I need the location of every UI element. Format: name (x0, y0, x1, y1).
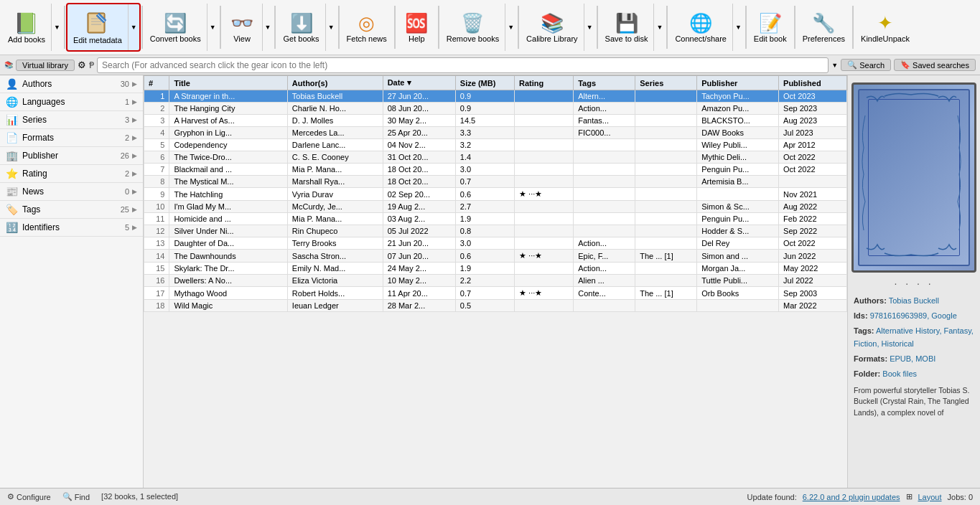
col-authors[interactable]: Author(s) (287, 76, 383, 90)
meta-ids-val1[interactable]: 9781616963989, (870, 311, 930, 320)
published-cell: Oct 2023 (779, 90, 847, 103)
kindleunpack-button[interactable]: ✦ KindleUnpack (855, 4, 915, 51)
tags-expand-icon: ▶ (132, 206, 137, 213)
layout-button[interactable]: Layout (918, 493, 942, 501)
meta-ids-val2[interactable]: Google (931, 311, 956, 320)
date-cell: 08 Jun 20... (383, 103, 455, 115)
table-row[interactable]: 12Silver Under Ni...Rin Chupeco05 Jul 20… (144, 225, 847, 237)
date-cell: 18 Oct 20... (383, 176, 455, 188)
size-cell: 0.7 (455, 176, 514, 188)
col-rating[interactable]: Rating (515, 76, 574, 90)
rating-cell (515, 201, 574, 213)
saved-searches-button[interactable]: 🔖 Saved searches (894, 59, 976, 71)
search-button[interactable]: 🔍 Search (841, 59, 891, 71)
view-button[interactable]: 👓 View (223, 4, 262, 51)
calibre-library-button[interactable]: 📚 Calibre Library (521, 4, 584, 51)
author-cell: Emily N. Mad... (287, 263, 383, 275)
table-row[interactable]: 7Blackmail and ...Mia P. Mana...18 Oct 2… (144, 164, 847, 176)
connect-share-button[interactable]: 🌐 Connect/share (669, 4, 732, 51)
search-input[interactable] (97, 57, 829, 73)
connect-share-arrow[interactable]: ▼ (732, 4, 744, 51)
meta-description: From powerful storyteller Tobias S. Buck… (854, 385, 974, 419)
convert-books-arrow[interactable]: ▼ (207, 4, 218, 51)
rownum: 8 (144, 176, 169, 188)
tags-cell: Fantas... (574, 115, 635, 127)
sidebar-item-languages[interactable]: 🌐 Languages 1 ▶ (0, 93, 143, 111)
calibre-library-arrow[interactable]: ▼ (584, 4, 595, 51)
date-cell: 19 Aug 2... (383, 201, 455, 213)
date-cell: 05 Jul 2022 (383, 225, 455, 237)
table-row[interactable]: 4Gryphon in Lig...Mercedes La...25 Apr 2… (144, 127, 847, 139)
sidebar-item-identifiers[interactable]: 🔢 Identifiers 5 ▶ (0, 219, 143, 237)
meta-authors-val[interactable]: Tobias Buckell (889, 296, 939, 305)
fetch-news-button[interactable]: ◎ Fetch news (341, 4, 393, 51)
col-publisher[interactable]: Publisher (697, 76, 779, 90)
book-table[interactable]: # Title Author(s) Date ▾ Size (MB) Ratin… (144, 75, 847, 488)
sidebar-item-series[interactable]: 📊 Series 3 ▶ (0, 111, 143, 129)
table-row[interactable]: 16Dwellers: A No...Eliza Victoria10 May … (144, 275, 847, 287)
table-row[interactable]: 2The Hanging CityCharlie N. Ho...08 Jun … (144, 103, 847, 115)
search-dropdown-icon[interactable]: ▼ (831, 62, 838, 69)
get-books-button[interactable]: ⬇️ Get books (277, 4, 325, 51)
table-row[interactable]: 11Homicide and ...Mia P. Mana...03 Aug 2… (144, 213, 847, 225)
table-row[interactable]: 13Daughter of Da...Terry Brooks21 Jun 20… (144, 237, 847, 250)
remove-books-button[interactable]: 🗑️ Remove books (441, 4, 505, 51)
col-series[interactable]: Series (635, 76, 697, 90)
configure-button[interactable]: ⚙ Configure (7, 492, 51, 501)
sidebar-item-formats[interactable]: 📄 Formats 2 ▶ (0, 129, 143, 147)
table-row[interactable]: 18Wild MagicIeuan Ledger28 Mar 2...0.5Ma… (144, 300, 847, 312)
table-row[interactable]: 1A Stranger in th...Tobias Buckell27 Jun… (144, 90, 847, 103)
convert-books-button[interactable]: 🔄 Convert books (144, 4, 207, 51)
table-row[interactable]: 3A Harvest of As...D. J. Molles30 May 2.… (144, 115, 847, 127)
help-label: Help (409, 34, 425, 43)
add-books-arrow[interactable]: ▼ (51, 4, 62, 51)
sidebar-item-news[interactable]: 📰 News 0 ▶ (0, 183, 143, 201)
view-arrow[interactable]: ▼ (262, 4, 274, 51)
table-row[interactable]: 6The Twice-Dro...C. S. E. Cooney31 Oct 2… (144, 151, 847, 164)
search-gear-icon[interactable]: ⚙ (78, 60, 86, 70)
sidebar-item-tags[interactable]: 🏷️ Tags 25 ▶ (0, 201, 143, 219)
sep12 (794, 6, 795, 49)
sidebar-item-publisher[interactable]: 🏢 Publisher 26 ▶ (0, 147, 143, 165)
preferences-button[interactable]: 🔧 Preferences (797, 4, 851, 51)
date-cell: 18 Oct 20... (383, 164, 455, 176)
tags-cell (574, 164, 635, 176)
edit-metadata-arrow[interactable]: ▼ (128, 4, 139, 50)
series-count: 3 (125, 115, 129, 124)
meta-folder-val[interactable]: Book files (882, 369, 917, 378)
search-type-icon[interactable]: Ᵽ (89, 60, 94, 70)
sidebar-item-authors[interactable]: 👤 Authors 30 ▶ (0, 75, 143, 93)
sidebar-item-rating[interactable]: ⭐ Rating 2 ▶ (0, 165, 143, 183)
col-date[interactable]: Date ▾ (383, 76, 455, 90)
col-published[interactable]: Published (779, 76, 847, 90)
date-cell: 25 Apr 20... (383, 127, 455, 139)
date-cell: 31 Oct 20... (383, 151, 455, 164)
add-books-button[interactable]: 📗 Add books (2, 4, 51, 51)
get-books-arrow[interactable]: ▼ (325, 4, 337, 51)
edit-metadata-button[interactable]: Edit metadata (67, 4, 128, 50)
save-to-disk-button[interactable]: 💾 Save to disk (599, 4, 654, 51)
table-row[interactable]: 14The DawnhoundsSascha Stron...07 Jun 20… (144, 250, 847, 263)
date-cell: 28 Mar 2... (383, 300, 455, 312)
virtual-library-button[interactable]: Virtual library (16, 60, 75, 71)
col-tags[interactable]: Tags (574, 76, 635, 90)
table-row[interactable]: 5CodependencyDarlene Lanc...04 Nov 2...3… (144, 139, 847, 151)
col-num[interactable]: # (144, 76, 169, 90)
update-link[interactable]: 6.22.0 and 2 plugin updates (803, 493, 900, 501)
save-to-disk-arrow[interactable]: ▼ (653, 4, 665, 51)
col-title[interactable]: Title (169, 76, 287, 90)
table-row[interactable]: 10I'm Glad My M...McCurdy, Je...19 Aug 2… (144, 201, 847, 213)
connect-share-label: Connect/share (675, 34, 727, 43)
published-cell: Jul 2022 (779, 275, 847, 287)
sep3 (220, 6, 221, 49)
table-row[interactable]: 8The Mystical M...Marshall Rya...18 Oct … (144, 176, 847, 188)
table-row[interactable]: 9The HatchlingVyria Durav02 Sep 20...0.6… (144, 188, 847, 201)
table-row[interactable]: 15Skylark: The Dr...Emily N. Mad...24 Ma… (144, 263, 847, 275)
meta-formats-val[interactable]: EPUB, MOBI (890, 354, 935, 363)
remove-books-arrow[interactable]: ▼ (505, 4, 516, 51)
help-button[interactable]: 🆘 Help (397, 4, 437, 51)
edit-book-button[interactable]: 📝 Edit book (748, 4, 793, 51)
table-row[interactable]: 17Mythago WoodRobert Holds...11 Apr 20..… (144, 287, 847, 300)
find-button[interactable]: 🔍 Find (62, 492, 90, 501)
col-size[interactable]: Size (MB) (455, 76, 514, 90)
